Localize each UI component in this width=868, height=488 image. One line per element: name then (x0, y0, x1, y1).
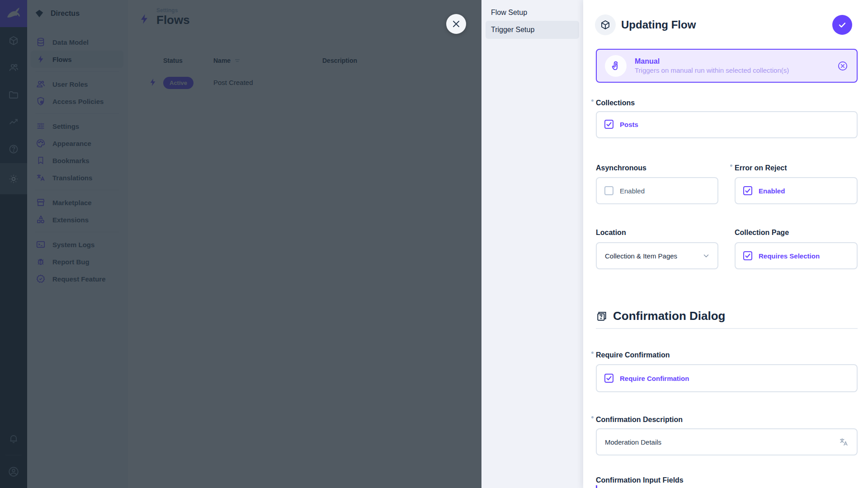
field-label-location: Location (596, 229, 626, 237)
checkbox-label: Posts (620, 121, 638, 128)
manual-tap-icon (605, 55, 627, 77)
deselect-circle-x-icon[interactable] (837, 60, 849, 72)
required-dot (591, 352, 594, 354)
field-label-require-confirmation: Require Confirmation (596, 351, 670, 359)
trigger-title: Manual (635, 57, 829, 66)
trigger-subtitle: Triggers on manual run within selected c… (635, 66, 829, 74)
checkbox-posts[interactable] (604, 120, 613, 129)
dialog-pages-icon (596, 310, 608, 322)
collection-page-field[interactable]: Requires Selection (735, 242, 858, 269)
translate-icon[interactable] (839, 437, 849, 447)
error-on-reject-field[interactable]: Enabled (735, 177, 858, 204)
select-value: Collection & Item Pages (605, 252, 677, 260)
list-item-stub (596, 485, 597, 488)
drawer-section-nav: Flow Setup Trigger Setup (481, 0, 583, 488)
drawer: Updating Flow Manual Triggers on manual … (583, 0, 868, 488)
chevron-down-icon (702, 252, 710, 260)
checkbox-label: Enabled (759, 187, 785, 195)
require-confirmation-field[interactable]: Require Confirmation (596, 364, 858, 392)
field-label-confirmation-input-fields: Confirmation Input Fields (596, 476, 684, 484)
checkbox-label: Requires Selection (759, 252, 820, 260)
required-dot (730, 164, 732, 167)
checkbox-label: Require Confirmation (620, 375, 689, 382)
field-label-asynchronous: Asynchronous (596, 164, 646, 172)
trigger-card-manual[interactable]: Manual Triggers on manual run within sel… (596, 49, 858, 83)
section-header: Confirmation Dialog (596, 309, 725, 323)
required-dot (591, 99, 594, 102)
field-label-collection-page: Collection Page (735, 229, 789, 237)
drawer-nav-flow-setup[interactable]: Flow Setup (486, 5, 579, 21)
close-icon (452, 19, 461, 28)
field-label-collections: Collections (596, 99, 635, 107)
checkbox-async-enabled[interactable] (604, 186, 613, 195)
dim-overlay[interactable] (0, 0, 481, 488)
input-value: Moderation Details (605, 438, 661, 446)
checkbox-error-enabled[interactable] (743, 186, 752, 195)
checkbox-requires-selection[interactable] (743, 251, 752, 260)
asynchronous-field[interactable]: Enabled (596, 177, 718, 204)
collections-field[interactable]: Posts (596, 111, 858, 138)
required-dot (591, 416, 594, 418)
checkbox-require-confirmation[interactable] (604, 374, 613, 383)
section-divider (596, 328, 858, 329)
field-label-error-on-reject: Error on Reject (735, 164, 787, 172)
section-title: Confirmation Dialog (613, 309, 725, 323)
drawer-nav-trigger-setup[interactable]: Trigger Setup (486, 21, 579, 39)
checkbox-label: Enabled (620, 187, 645, 195)
field-label-confirmation-description: Confirmation Description (596, 416, 683, 424)
close-drawer-button[interactable] (446, 14, 466, 34)
location-select[interactable]: Collection & Item Pages (596, 242, 718, 269)
confirmation-description-input[interactable]: Moderation Details (596, 428, 858, 455)
